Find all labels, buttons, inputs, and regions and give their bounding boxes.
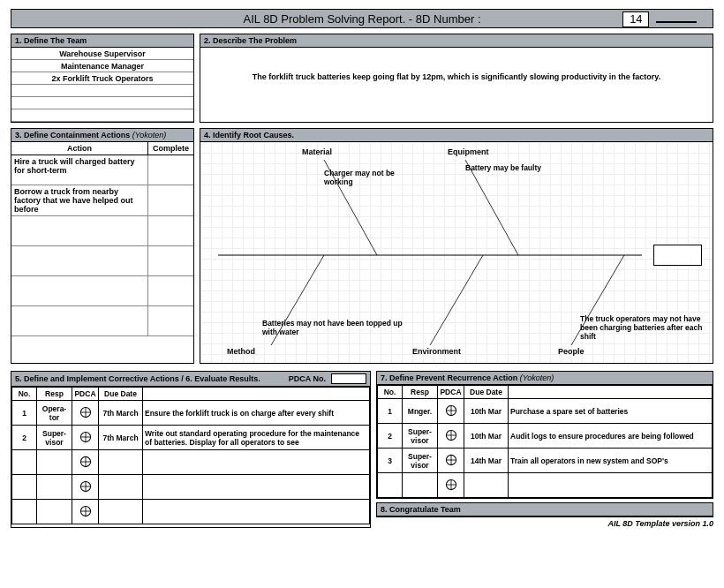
table-row <box>11 216 193 246</box>
table-row: Borrow a truck from nearby factory that … <box>11 185 193 216</box>
team-member <box>11 109 193 122</box>
pdca-icon <box>79 505 92 517</box>
problem-description: The forklift truck batteries keep going … <box>200 48 713 106</box>
fish-cat-method: Method <box>227 347 255 356</box>
table-row <box>12 475 370 500</box>
report-number: 14 <box>622 11 649 27</box>
fish-cat-material: Material <box>302 147 332 156</box>
pdca-icon <box>79 431 92 443</box>
table-row: 3Super-visor14th MarTrain all operators … <box>378 449 713 473</box>
team-member: Warehouse Supervisor <box>11 48 193 60</box>
section-heading: 1. Define The Team <box>11 34 193 48</box>
report-number-blank <box>656 21 697 23</box>
pdca-icon <box>79 480 92 493</box>
svg-line-2 <box>465 160 518 255</box>
table-row <box>378 473 713 498</box>
fish-note-material: Charger may not be working <box>324 169 412 186</box>
col-action: Action <box>11 142 148 155</box>
page: AIL 8D Problem Solving Report. - 8D Numb… <box>0 0 724 537</box>
section-team: 1. Define The Team Warehouse SupervisorM… <box>11 34 194 123</box>
team-member <box>11 97 193 109</box>
section-containment: 3. Define Containment Actions (Yokoten) … <box>11 128 194 364</box>
fishbone-diagram: Material Equipment Method Environment Pe… <box>200 142 713 363</box>
pdca-no-field <box>331 373 366 384</box>
fish-cat-equipment: Equipment <box>448 147 489 156</box>
fish-cat-environment: Environment <box>412 347 461 356</box>
team-member: Maintenance Manager <box>11 60 193 72</box>
table-row: 2Super-visor7th MarchWrite out standard … <box>12 426 370 450</box>
table-row <box>11 306 193 336</box>
svg-line-4 <box>430 255 483 345</box>
section-heading: 5. Define and Implement Corrective Actio… <box>15 374 260 383</box>
pdca-icon <box>445 404 457 417</box>
fish-note-method: Batteries may not have been topped up wi… <box>262 319 403 336</box>
section-corrective: 5. Define and Implement Corrective Actio… <box>11 371 371 528</box>
table-row: 1Mnger.10th MarPurchase a spare set of b… <box>378 399 713 424</box>
section-heading: 3. Define Containment Actions (Yokoten) <box>11 129 193 142</box>
team-member: 2x Forklift Truck Operators <box>11 72 193 85</box>
fishbone-head <box>653 245 702 266</box>
section-heading: 2. Describe The Problem <box>200 34 713 48</box>
table-row: 2Super-visor10th MarAudit logs to ensure… <box>378 424 713 449</box>
section-prevent: 7. Define Prevent Recurrence Action (Yok… <box>376 371 713 499</box>
footer-version: AIL 8D Template version 1.0 <box>376 517 713 528</box>
pdca-icon <box>445 454 457 466</box>
fish-note-equipment: Battery may be faulty <box>465 163 571 172</box>
table-row: 1Opera-tor7th MarchEnsure the forklift t… <box>12 401 370 426</box>
table-row <box>11 276 193 306</box>
fish-cat-people: People <box>558 347 584 356</box>
fish-note-people: The truck operators may not have been ch… <box>580 314 713 341</box>
section-heading: 8. Congratulate Team <box>377 503 713 516</box>
section-heading: 7. Define Prevent Recurrence Action (Yok… <box>381 373 554 382</box>
table-row <box>12 450 370 475</box>
title-bar: AIL 8D Problem Solving Report. - 8D Numb… <box>11 9 713 28</box>
pdca-no-label: PDCA No. <box>289 374 329 383</box>
team-member <box>11 85 193 97</box>
title-text: AIL 8D Problem Solving Report. - 8D Numb… <box>243 12 480 26</box>
table-row <box>12 500 370 524</box>
section-heading: 4. Identify Root Causes. <box>200 129 713 142</box>
section-congratulate: 8. Congratulate Team <box>376 502 713 517</box>
pdca-icon <box>445 479 457 491</box>
table-row <box>11 246 193 276</box>
section-rootcause: 4. Identify Root Causes. Material Equipm… <box>200 128 713 364</box>
section-problem: 2. Describe The Problem The forklift tru… <box>200 34 713 123</box>
pdca-icon <box>79 406 92 418</box>
pdca-icon <box>79 456 92 468</box>
col-complete: Complete <box>148 142 194 155</box>
pdca-icon <box>445 429 457 441</box>
table-row: Hire a truck will charged battery for sh… <box>11 155 193 185</box>
